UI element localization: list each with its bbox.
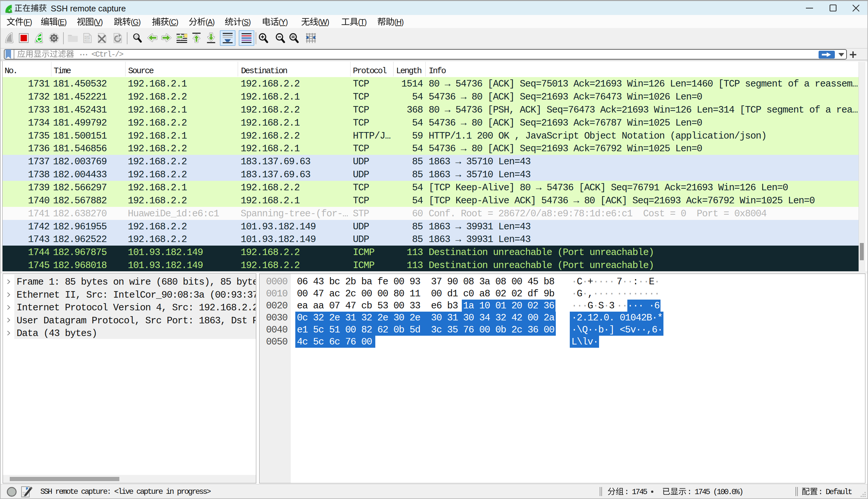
svg-text:0111: 0111 bbox=[85, 40, 90, 42]
